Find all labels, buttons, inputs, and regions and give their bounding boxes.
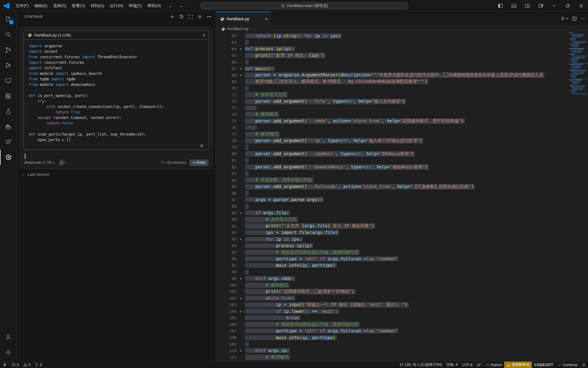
badge: 1: [9, 20, 14, 25]
add-context-button[interactable]: @: [59, 160, 65, 165]
code-line: 92········ips = import_file(args.file): [216, 229, 568, 236]
history-icon[interactable]: [179, 14, 184, 19]
activity-item-scm[interactable]: [0, 42, 17, 58]
activity-item-remote[interactable]: [0, 73, 17, 88]
minimap[interactable]: [568, 33, 588, 361]
minimap-line: [573, 68, 580, 69]
activity-item-continue[interactable]: [0, 150, 17, 165]
breadcrumb-more[interactable]: ...: [254, 27, 257, 31]
status-item-行-128-列-1-已选择3794-[interactable]: 行 128, 列 1 (已选择3794): [398, 362, 444, 368]
menu-item-7[interactable]: 帮助(H): [145, 2, 164, 10]
status-item-LF[interactable]: LF: [475, 362, 483, 368]
breadcrumb-file[interactable]: HuntBack.py: [227, 27, 249, 31]
fold-chevron-icon[interactable]: ∨: [236, 74, 245, 77]
minimize-button[interactable]: [548, 0, 561, 12]
menu-item-5[interactable]: 运行(R): [107, 2, 126, 10]
context-item-card[interactable]: HuntBack.py (1-128) × import argparseimp…: [24, 30, 209, 150]
remote-icon: [5, 77, 12, 84]
line-number: 75: [216, 119, 236, 123]
back-arrow-button[interactable]: ←: [168, 3, 173, 8]
minimap-line: [573, 73, 584, 74]
minimap-line: [572, 72, 585, 73]
status-item-空格-4[interactable]: 空格: 4: [444, 362, 460, 368]
activity-item-extensions[interactable]: [0, 88, 17, 104]
status-item-0[interactable]: 0: [9, 362, 21, 368]
account-icon: [5, 333, 12, 341]
code-line: 72····parser.add_argument('--file', type…: [216, 98, 568, 105]
model-selector[interactable]: deepseek-r1:7B ∨: [24, 160, 55, 165]
fold-chevron-icon[interactable]: ∨: [236, 349, 245, 352]
status-item-bell[interactable]: [580, 362, 588, 368]
fold-chevron-icon[interactable]: ∨: [236, 47, 245, 51]
code-line: 62····return [ip.strip() for ip in ips]: [216, 33, 568, 39]
activity-item-codegpt[interactable]: CODEGPT: [0, 134, 17, 150]
tab-huntback[interactable]: HuntBack.py ●: [216, 12, 271, 25]
status-item-Continue[interactable]: Continue: [556, 362, 580, 368]
menu-item-2[interactable]: 选择(S): [50, 2, 69, 10]
close-button[interactable]: [575, 0, 588, 12]
close-icon[interactable]: ×: [202, 33, 205, 38]
activity-item-search[interactable]: [0, 27, 17, 42]
code-line: 102∨········while True:: [216, 295, 568, 301]
fold-chevron-icon[interactable]: ∨: [236, 237, 245, 241]
activity-item-settings[interactable]: [0, 345, 17, 360]
activity-item-debug[interactable]: [0, 58, 17, 73]
enter-button[interactable]: ↵ Enter: [190, 159, 209, 166]
card-code-line: open_ports = []: [29, 137, 208, 143]
status-item-label: Continue: [563, 363, 578, 367]
forward-arrow-button[interactable]: →: [179, 3, 183, 8]
menu-item-6[interactable]: 终端(T): [126, 2, 145, 10]
line-number: 76: [216, 125, 236, 130]
screen-icon[interactable]: [188, 14, 193, 19]
split-editor-icon[interactable]: [572, 16, 577, 21]
toggle-secondary-sidebar-icon[interactable]: [521, 0, 534, 12]
code-line: 70: [216, 85, 568, 91]
chevron-down-icon[interactable]: ∨: [200, 143, 203, 148]
more-icon[interactable]: [207, 14, 211, 19]
code-area[interactable]: 62····return [ip.strip() for ip in ips]6…: [216, 33, 588, 361]
python-file-icon: [28, 33, 32, 37]
code-line: 75····parser.add_argument('--cmds', acti…: [216, 118, 568, 124]
activity-item-explorer[interactable]: 1: [0, 12, 17, 27]
code-line: 82····parser.add_argument('--domainwhois…: [216, 164, 568, 170]
customize-layout-icon[interactable]: [534, 0, 548, 12]
modified-dot-icon[interactable]: ●: [266, 17, 267, 21]
run-python-file-button[interactable]: [561, 16, 568, 21]
toggle-sidebar-icon[interactable]: [494, 0, 507, 12]
plus-icon[interactable]: [170, 14, 175, 19]
fold-chevron-icon[interactable]: ∨: [236, 310, 245, 313]
status-item-0[interactable]: 0: [21, 362, 33, 368]
status-item-Python[interactable]: Python: [483, 362, 504, 368]
status-item-CODEGPT[interactable]: CODEGPT: [532, 362, 556, 368]
command-center-search[interactable]: HuntBack-main [管理员]: [201, 2, 408, 10]
minimap-line: [573, 47, 577, 48]
fold-chevron-icon[interactable]: ∨: [236, 211, 245, 215]
fold-chevron-icon[interactable]: ∨: [236, 277, 245, 280]
breadcrumb[interactable]: HuntBack.py › ...: [216, 25, 588, 33]
activity-item-beaker[interactable]: [0, 104, 17, 119]
more-actions-icon[interactable]: [580, 16, 585, 21]
activity-item-account[interactable]: [0, 329, 17, 345]
code-line: 100········# 循环模式: [216, 282, 568, 288]
line-number: 102: [216, 296, 236, 301]
remote-indicator-icon[interactable]: [0, 362, 9, 367]
menu-item-4[interactable]: 转到(G): [88, 2, 107, 10]
fold-chevron-icon[interactable]: ∨: [236, 67, 245, 70]
scm-icon: [5, 46, 12, 54]
status-item-UTF-8[interactable]: UTF-8: [460, 362, 475, 368]
gear-icon[interactable]: [198, 14, 202, 19]
fold-chevron-icon[interactable]: ∨: [236, 297, 245, 300]
status-item-0[interactable]: 0: [32, 362, 44, 368]
activity-item-docker[interactable]: [0, 119, 17, 134]
continue-input-box[interactable]: HuntBack.py (1-128) × import argparseimp…: [20, 27, 213, 169]
menu-item-0[interactable]: 文件(F): [13, 2, 32, 10]
minimap-line: [570, 33, 585, 34]
menu-item-3[interactable]: 查看(V): [69, 2, 88, 10]
menu-item-1[interactable]: 编辑(E): [32, 2, 50, 10]
restore-button[interactable]: [561, 0, 575, 12]
status-item-label: 选择解释器: [511, 362, 530, 367]
toggle-panel-icon[interactable]: [507, 0, 521, 12]
status-item-选择解释器[interactable]: 选择解释器: [504, 362, 532, 368]
last-session-link[interactable]: ← Last Session: [21, 172, 50, 177]
minimap-line: [569, 64, 583, 64]
